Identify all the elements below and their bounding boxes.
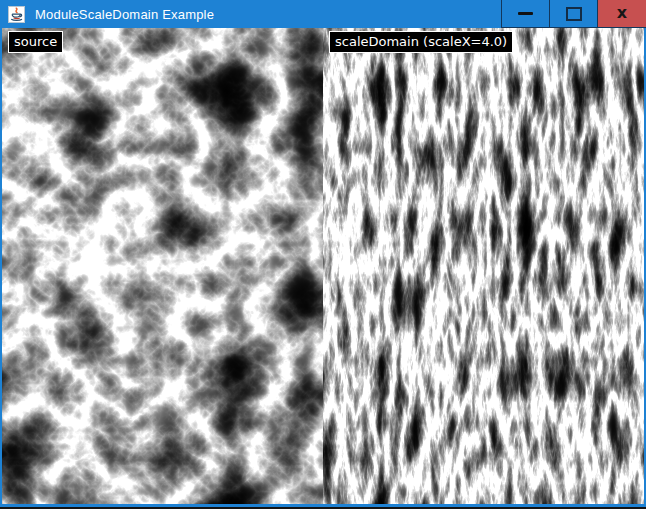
maximize-button[interactable] [549,0,597,28]
close-button[interactable]: x [597,0,646,28]
app-window: ModuleScaleDomain Example x source scale… [0,0,646,507]
maximize-icon [566,7,582,21]
scaledomain-noise-image [323,28,644,504]
scaledomain-label: scaleDomain (scaleX=4.0) [329,31,513,53]
source-noise-image [2,28,323,504]
close-icon: x [617,5,627,21]
minimize-icon [518,12,533,15]
minimize-button[interactable] [501,0,549,28]
window-title: ModuleScaleDomain Example [35,7,214,22]
screen: { "titlebar": { "title": "ModuleScaleDom… [0,0,646,509]
window-controls: x [501,0,646,27]
panel-source: source [2,28,323,504]
source-label: source [8,31,63,53]
titlebar[interactable]: ModuleScaleDomain Example x [0,0,646,28]
image-area: source scaleDomain (scaleX=4.0) [2,28,644,504]
panel-scaledomain: scaleDomain (scaleX=4.0) [323,28,644,504]
java-coffee-cup-icon [8,6,25,23]
